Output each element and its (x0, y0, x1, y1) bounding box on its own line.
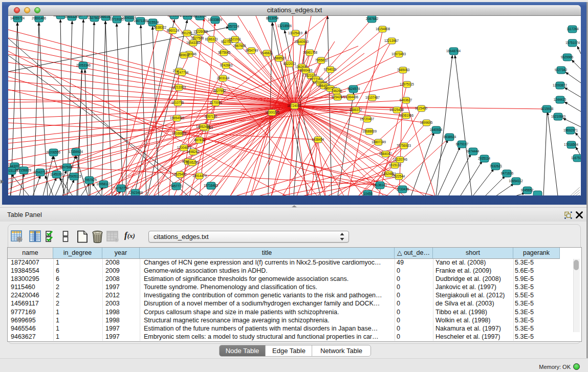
svg-text:8186323: 8186323 (205, 37, 218, 41)
svg-text:16210643: 16210643 (551, 115, 566, 118)
svg-text:5095259: 5095259 (186, 161, 199, 164)
svg-text:18807249: 18807249 (372, 140, 386, 144)
svg-text:1899695: 1899695 (420, 121, 433, 124)
svg-text:1615132: 1615132 (389, 163, 402, 167)
svg-text:12923468: 12923468 (128, 191, 143, 194)
svg-text:989612: 989612 (179, 53, 190, 57)
svg-text:8471636: 8471636 (501, 171, 514, 175)
svg-text:9245652: 9245652 (521, 188, 534, 192)
svg-text:10025438: 10025438 (389, 108, 404, 112)
svg-text:1640934: 1640934 (430, 128, 443, 132)
svg-text:1117264: 1117264 (567, 27, 579, 31)
svg-text:2935114: 2935114 (478, 157, 491, 160)
svg-text:8454749: 8454749 (246, 49, 258, 52)
svg-text:2386372: 2386372 (350, 108, 362, 112)
svg-text:7625402: 7625402 (174, 172, 187, 176)
svg-text:61061966: 61061966 (399, 114, 414, 117)
svg-text:6463627: 6463627 (400, 98, 412, 102)
svg-text:9884047: 9884047 (379, 152, 392, 156)
svg-text:12156829: 12156829 (17, 168, 32, 172)
svg-text:9474444: 9474444 (467, 149, 480, 153)
svg-text:15751074: 15751074 (565, 41, 580, 45)
svg-text:9146821: 9146821 (260, 51, 273, 55)
svg-text:16543382: 16543382 (186, 41, 201, 45)
svg-text:12975115: 12975115 (400, 82, 414, 86)
svg-text:18300295: 18300295 (265, 111, 280, 114)
svg-text:16033809: 16033809 (208, 18, 223, 21)
svg-text:16120746: 16120746 (393, 158, 408, 161)
svg-text:3624574: 3624574 (347, 87, 360, 91)
svg-text:9329966: 9329966 (561, 55, 574, 59)
svg-text:8322013: 8322013 (284, 62, 296, 65)
svg-text:17004678: 17004678 (177, 146, 192, 149)
svg-text:10688609: 10688609 (362, 129, 377, 133)
svg-text:8427552: 8427552 (213, 89, 226, 93)
svg-text:18724007: 18724007 (287, 104, 302, 107)
svg-text:1498242: 1498242 (187, 150, 200, 154)
svg-text:10107487: 10107487 (365, 96, 380, 99)
svg-text:3267130: 3267130 (205, 115, 217, 118)
svg-text:2521911: 2521911 (229, 37, 242, 41)
svg-text:17016504: 17016504 (564, 143, 579, 146)
svg-text:1990443: 1990443 (300, 69, 313, 72)
svg-text:12213303: 12213303 (171, 85, 186, 89)
svg-text:21364436: 21364436 (344, 95, 359, 99)
svg-text:5154287: 5154287 (332, 95, 344, 99)
svg-text:9242843: 9242843 (220, 63, 233, 67)
svg-text:13325419: 13325419 (288, 31, 303, 35)
svg-text:16782759: 16782759 (114, 186, 129, 190)
svg-text:15716485: 15716485 (204, 184, 219, 187)
svg-text:1733436: 1733436 (397, 187, 409, 191)
svg-text:7247794: 7247794 (176, 71, 189, 74)
svg-text:12213967: 12213967 (384, 39, 399, 42)
svg-text:12093872: 12093872 (553, 83, 568, 87)
svg-text:891295: 891295 (181, 31, 192, 35)
svg-text:12942717: 12942717 (33, 170, 48, 174)
svg-text:1145193: 1145193 (50, 172, 63, 176)
svg-text:7632621: 7632621 (490, 164, 503, 168)
svg-text:12905115: 12905115 (67, 174, 81, 178)
svg-text:3215938: 3215938 (541, 107, 554, 111)
svg-text:746266: 746266 (331, 89, 342, 93)
svg-text:20206556: 20206556 (46, 150, 61, 154)
svg-text:15226058: 15226058 (193, 30, 208, 33)
svg-text:19692971: 19692971 (563, 128, 578, 132)
svg-text:20691406: 20691406 (32, 16, 47, 20)
svg-text:7357224: 7357224 (227, 25, 239, 28)
svg-text:887833: 887833 (194, 138, 205, 142)
svg-text:14136141: 14136141 (373, 183, 387, 187)
svg-text:1010755: 1010755 (171, 101, 184, 104)
svg-text:15720407: 15720407 (360, 117, 375, 121)
svg-text:1938454: 1938454 (312, 138, 324, 141)
svg-text:7515524: 7515524 (146, 20, 159, 24)
svg-text:10654112: 10654112 (509, 179, 523, 183)
svg-text:1244415: 1244415 (554, 98, 567, 101)
svg-text:9115460: 9115460 (415, 106, 428, 110)
svg-text:3915139: 3915139 (8, 169, 18, 172)
svg-text:8813054: 8813054 (194, 16, 207, 18)
svg-text:6879197: 6879197 (456, 142, 469, 146)
svg-text:19166825: 19166825 (172, 132, 187, 135)
svg-text:14952491: 14952491 (196, 125, 211, 128)
svg-text:19975887: 19975887 (59, 165, 74, 169)
svg-text:2522544: 2522544 (393, 174, 405, 178)
svg-text:21010465: 21010465 (180, 16, 195, 17)
svg-text:2087682: 2087682 (366, 17, 379, 20)
svg-text:20053346: 20053346 (76, 63, 91, 67)
svg-text:4170061: 4170061 (210, 101, 223, 104)
svg-text:16154808: 16154808 (376, 27, 390, 31)
svg-text:2967608: 2967608 (233, 44, 246, 48)
svg-text:8813054: 8813054 (266, 16, 279, 20)
svg-text:17957825: 17957825 (82, 178, 97, 182)
svg-text:7955812: 7955812 (315, 58, 328, 62)
svg-text:17359924: 17359924 (69, 150, 83, 154)
svg-text:19654933: 19654933 (170, 116, 185, 120)
svg-text:18640910: 18640910 (294, 40, 309, 43)
svg-text:15638322: 15638322 (152, 26, 167, 29)
svg-text:2803144: 2803144 (217, 76, 230, 80)
svg-text:10455: 10455 (363, 192, 373, 195)
svg-text:9327508: 9327508 (191, 36, 204, 40)
svg-text:3875645: 3875645 (218, 51, 231, 54)
svg-text:14055724: 14055724 (10, 16, 25, 20)
svg-text:9794028: 9794028 (324, 68, 337, 71)
